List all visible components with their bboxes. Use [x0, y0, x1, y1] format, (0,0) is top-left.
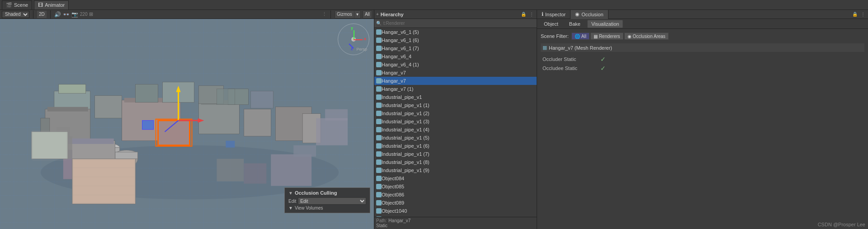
tab-occlusion[interactable]: ◉ Occlusion — [571, 10, 608, 19]
svg-rect-13 — [244, 109, 271, 136]
sub-tab-bake[interactable]: Bake — [565, 20, 585, 28]
scene-toolbar: Shaded 2D 🔊 👓 📷 220 ⊞ ⋮ Gizmos ▾ All — [0, 10, 374, 19]
hierarchy-item-21[interactable]: Object089 — [374, 199, 537, 207]
right-panel: ℹ Inspector ◉ Occlusion 🔒 ⋮ Object Bake … — [537, 10, 868, 229]
gizmos-btn[interactable]: Gizmos — [335, 11, 354, 18]
right-lock-icon[interactable]: 🔒 — [852, 11, 858, 18]
sub-tab-bar: Object Bake Visualization — [537, 19, 868, 29]
svg-rect-26 — [115, 152, 138, 159]
hierarchy-menu[interactable]: ⋮ — [528, 11, 535, 18]
hierarchy-item-20[interactable]: Object086 — [374, 191, 537, 199]
more-icon[interactable]: ⋮ — [322, 11, 327, 17]
hierarchy-item-17[interactable]: Industrial_pipe_v1 (9) — [374, 166, 537, 174]
edit-select[interactable]: Edit Visualize — [298, 197, 366, 205]
tab-scene[interactable]: 🎬 Scene — [2, 0, 32, 9]
occlusion-areas-filter-icon: ◉ — [627, 34, 632, 39]
inspector-icon: ℹ — [542, 11, 543, 17]
hierarchy-item-1[interactable]: Hangar_v6_1 (6) — [374, 36, 537, 44]
svg-rect-16 — [136, 84, 158, 103]
mesh-icon-21 — [376, 200, 382, 206]
hierarchy-item-22[interactable]: Object1040 — [374, 207, 537, 215]
hierarchy-item-label-19: Object085 — [382, 184, 535, 189]
2d-button[interactable]: 2D — [37, 11, 47, 18]
filter-renderers-btn[interactable]: ▦ Renderers — [590, 33, 623, 40]
hierarchy-item-4[interactable]: Hangar_v6_4 (1) — [374, 61, 537, 69]
search-input[interactable] — [383, 21, 535, 26]
hierarchy-item-7[interactable]: Hangar_v7 (1) — [374, 85, 537, 93]
hierarchy-item-18[interactable]: Object084 — [374, 174, 537, 182]
all-filter-icon: 🌐 — [575, 34, 580, 39]
occluder-static-label: Occluder Static — [542, 56, 597, 62]
filter-all-btn[interactable]: 🌐 All — [571, 33, 590, 40]
hierarchy-item-16[interactable]: Industrial_pipe_v1 (8) — [374, 158, 537, 166]
hierarchy-item-14[interactable]: Industrial_pipe_v1 (6) — [374, 142, 537, 150]
hierarchy-item-10[interactable]: Industrial_pipe_v1 (2) — [374, 109, 537, 117]
right-menu-icon[interactable]: ⋮ — [860, 11, 866, 18]
audio-icon: 🔊 — [54, 11, 61, 18]
hierarchy-item-5[interactable]: Hangar_v7 — [374, 69, 537, 77]
filter-occlusion-areas-btn[interactable]: ◉ Occlusion Areas — [624, 33, 669, 40]
hierarchy-panel: + Hierarchy 🔒 ⋮ 🔍 Hangar_v6_1 (5)Hangar_… — [374, 10, 537, 229]
mesh-icon-7 — [376, 86, 382, 92]
svg-rect-52 — [293, 145, 316, 157]
animator-tab-label: Animator — [45, 2, 65, 8]
svg-rect-50 — [325, 109, 348, 121]
svg-rect-51 — [271, 154, 311, 186]
mesh-icon-10 — [376, 111, 382, 116]
hierarchy-item-3[interactable]: Hangar_v6_4 — [374, 52, 537, 61]
hierarchy-item-label-7: Hangar_v7 (1) — [382, 86, 535, 92]
all-group[interactable]: All — [363, 10, 372, 19]
occlusion-title: Occlusion Culling — [295, 190, 337, 196]
mesh-icon-8 — [376, 94, 382, 100]
mesh-icon-16 — [376, 159, 382, 165]
hierarchy-plus[interactable]: + — [376, 12, 379, 17]
hierarchy-item-15[interactable]: Industrial_pipe_v1 (7) — [374, 150, 537, 158]
tab-animator[interactable]: 🎞 Animator — [34, 0, 69, 9]
hierarchy-list[interactable]: Hangar_v6_1 (5)Hangar_v6_1 (6)Hangar_v6_… — [374, 28, 537, 217]
mesh-icon-22 — [376, 208, 382, 214]
hierarchy-item-label-0: Hangar_v6_1 (5) — [382, 29, 535, 35]
mesh-renderer-icon: ▦ — [542, 45, 547, 51]
hierarchy-item-label-22: Object1040 — [382, 208, 535, 214]
sub-tab-object[interactable]: Object — [540, 20, 562, 28]
path-label: Path: — [376, 218, 387, 223]
sub-tab-visualization[interactable]: Visualization — [587, 20, 623, 28]
occluder-static-row: Occluder Static ✓ — [541, 55, 864, 64]
hierarchy-item-label-6: Hangar_v7 — [382, 78, 535, 84]
mesh-icon-23 — [376, 216, 382, 217]
mesh-icon-18 — [376, 176, 382, 181]
occluder-static-value: ✓ — [600, 56, 606, 63]
hierarchy-item-23[interactable]: Oil_tank_v1 (1)▶ — [374, 215, 537, 217]
gizmos-group[interactable]: Gizmos ▾ — [335, 10, 361, 19]
tab-inspector[interactable]: ℹ Inspector — [537, 10, 571, 19]
right-panel-tabs: ℹ Inspector ◉ Occlusion 🔒 ⋮ — [537, 10, 868, 19]
hierarchy-item-2[interactable]: Hangar_v6_1 (7) — [374, 44, 537, 52]
scene-gizmo[interactable]: y x z Persp — [338, 23, 369, 55]
hierarchy-item-label-15: Industrial_pipe_v1 (7) — [382, 151, 535, 157]
mesh-icon-11 — [376, 119, 382, 124]
svg-rect-49 — [316, 118, 348, 145]
hierarchy-item-0[interactable]: Hangar_v6_1 (5) — [374, 28, 537, 36]
hierarchy-item-label-18: Object084 — [382, 176, 535, 181]
hierarchy-item-8[interactable]: Industrial_pipe_v1 — [374, 93, 537, 101]
mesh-icon-13 — [376, 135, 382, 140]
hierarchy-item-19[interactable]: Object085 — [374, 182, 537, 191]
scene-icon: 🎬 — [6, 2, 12, 8]
shading-mode-select[interactable]: Shaded — [2, 11, 29, 18]
hierarchy-item-label-13: Industrial_pipe_v1 (5) — [382, 135, 535, 140]
hierarchy-item-6[interactable]: Hangar_v7 — [374, 77, 537, 85]
hierarchy-item-13[interactable]: Industrial_pipe_v1 (5) — [374, 134, 537, 142]
gizmos-dropdown[interactable]: ▾ — [354, 11, 360, 18]
hierarchy-item-12[interactable]: Industrial_pipe_v1 (4) — [374, 126, 537, 134]
hierarchy-item-label-8: Industrial_pipe_v1 — [382, 94, 535, 100]
hierarchy-item-label-9: Industrial_pipe_v1 (1) — [382, 103, 535, 108]
vr-icon: 👓 — [63, 11, 70, 18]
hierarchy-lock[interactable]: 🔒 — [520, 11, 527, 18]
hierarchy-item-9[interactable]: Industrial_pipe_v1 (1) — [374, 101, 537, 109]
svg-rect-2 — [59, 84, 86, 93]
svg-rect-30 — [67, 139, 114, 144]
hierarchy-item-11[interactable]: Industrial_pipe_v1 (3) — [374, 117, 537, 126]
scene-canvas[interactable]: y x z Persp ▼ Occlusion Culling — [0, 19, 374, 229]
all-btn[interactable]: All — [363, 11, 372, 18]
mesh-icon-1 — [376, 37, 382, 43]
